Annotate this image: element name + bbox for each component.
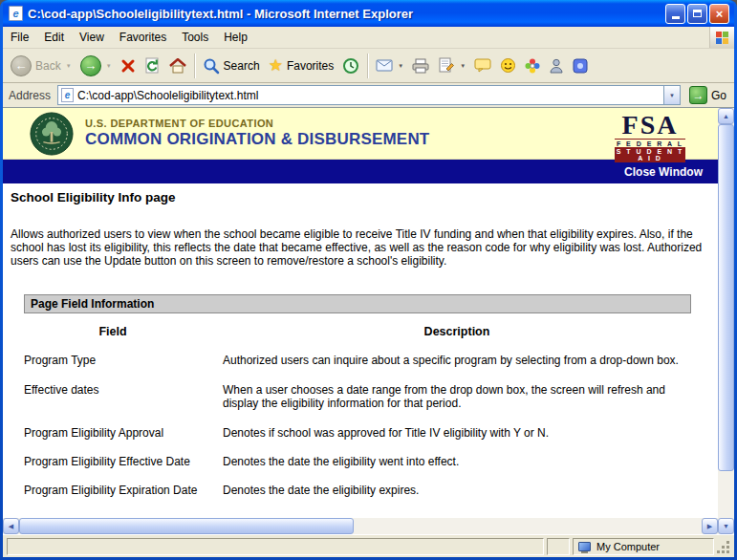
table-row-description: Denotes the date the eligibility went in… (223, 455, 691, 468)
webchat-button[interactable] (521, 52, 544, 80)
home-button[interactable] (165, 52, 190, 80)
table-row-description: When a user chooses a date range from th… (223, 383, 691, 411)
table-row-field: Program Eligibility Effective Date (24, 455, 202, 468)
favorites-label: Favorites (287, 59, 334, 73)
minimize-button[interactable] (665, 4, 685, 24)
search-icon (203, 57, 220, 75)
go-button[interactable]: → Go (685, 86, 730, 104)
column-header-field: Field (24, 325, 202, 338)
windows-flag-icon (709, 27, 734, 48)
stop-button[interactable] (117, 52, 140, 80)
favorites-star-icon: ★ (269, 57, 283, 74)
person-icon (549, 58, 564, 74)
go-arrow-icon: → (689, 86, 707, 104)
addon-button[interactable] (569, 52, 592, 80)
history-button[interactable] (338, 52, 363, 80)
forward-dropdown-icon[interactable]: ▼ (106, 63, 112, 69)
menu-file[interactable]: File (3, 27, 36, 48)
vertical-scroll-track[interactable] (718, 124, 734, 518)
ie-document-icon: e (9, 6, 23, 21)
fsa-federal-line: F E D E R A L (615, 140, 685, 147)
edit-button[interactable]: ▼ (434, 52, 469, 80)
search-button[interactable]: Search (199, 52, 264, 80)
forward-button[interactable]: → ▼ (76, 52, 116, 80)
vertical-scroll-thumb[interactable] (718, 124, 734, 471)
page-content: U.S. DEPARTMENT OF EDUCATION COMMON ORIG… (3, 108, 718, 518)
messenger-smiley-icon (500, 57, 516, 74)
contacts-button[interactable] (545, 52, 568, 80)
menu-favorites[interactable]: Favorites (112, 27, 174, 48)
history-icon (342, 57, 359, 75)
title-bar[interactable]: e C:\cod-app\Schooleligibilitytext.html … (3, 0, 734, 27)
discuss-button[interactable] (470, 52, 495, 80)
menu-edit[interactable]: Edit (36, 27, 72, 48)
close-button[interactable]: × (709, 4, 729, 24)
table-row-description: Denotes the date the eligibility expires… (223, 484, 691, 497)
department-name: U.S. DEPARTMENT OF EDUCATION (85, 118, 429, 129)
back-button[interactable]: ← Back ▼ (7, 52, 76, 80)
scroll-right-icon[interactable]: ▶ (702, 518, 718, 534)
toolbar-separator (367, 54, 368, 78)
edit-icon (438, 57, 455, 74)
scroll-up-icon[interactable]: ▲ (718, 108, 734, 124)
back-label: Back (35, 59, 61, 73)
app-title: COMMON ORIGINATION & DISBURSEMENT (85, 130, 429, 149)
department-of-education-seal-icon (30, 112, 74, 156)
refresh-button[interactable] (141, 52, 164, 80)
address-dropdown-icon[interactable]: ▼ (663, 86, 680, 104)
fsa-logo: FSA F E D E R A L S T U D E N T A I D (615, 113, 685, 162)
mail-icon (376, 58, 393, 73)
edit-dropdown-icon[interactable]: ▼ (460, 63, 466, 69)
horizontal-scrollbar[interactable]: ◀ ▶ (3, 518, 718, 534)
fsa-wordmark: FSA (615, 113, 685, 138)
horizontal-scroll-thumb[interactable] (19, 518, 354, 534)
go-label: Go (711, 89, 726, 102)
refresh-icon (144, 57, 161, 74)
column-header-description: Description (223, 325, 691, 338)
table-row-field: Program Eligibility Approval (24, 426, 202, 440)
table-row-field: Effective dates (24, 383, 202, 411)
browser-window: e C:\cod-app\Schooleligibilitytext.html … (0, 0, 737, 560)
table-row-field: Program Eligibility Expiration Date (24, 484, 202, 497)
close-window-link[interactable]: Close Window (624, 165, 703, 179)
menu-tools[interactable]: Tools (174, 27, 216, 48)
print-button[interactable] (408, 52, 433, 80)
table-row-field: Program Type (24, 354, 202, 367)
page-icon: e (61, 88, 74, 102)
help-document: School Eligibility Info page Allows auth… (3, 183, 718, 518)
menu-bar: File Edit View Favorites Tools Help (3, 27, 734, 49)
scroll-down-icon[interactable]: ▼ (718, 518, 734, 534)
vertical-scrollbar[interactable]: ▲ ▼ (718, 108, 734, 534)
status-zone-pane: My Computer (573, 538, 714, 555)
forward-icon: → (80, 55, 101, 76)
status-message-pane (7, 538, 544, 555)
resize-grip[interactable] (717, 538, 731, 555)
fsa-student-aid-line: S T U D E N T A I D (615, 147, 685, 162)
status-bar: My Computer (3, 534, 734, 557)
ed-cod-banner: U.S. DEPARTMENT OF EDUCATION COMMON ORIG… (3, 108, 718, 160)
menu-help[interactable]: Help (216, 27, 255, 48)
flower-icon (525, 58, 540, 74)
table-row-description: Denotes if school was approved for Title… (223, 426, 691, 440)
address-input-box[interactable]: e ▼ (57, 85, 681, 105)
mail-button[interactable]: ▼ (372, 52, 407, 80)
mail-dropdown-icon[interactable]: ▼ (398, 63, 403, 69)
messenger-button[interactable] (496, 52, 520, 80)
window-title: C:\cod-app\Schooleligibilitytext.html - … (28, 7, 661, 21)
section-header: Page Field Information (24, 294, 691, 313)
horizontal-scroll-track[interactable] (19, 518, 702, 534)
address-input[interactable] (77, 89, 660, 102)
back-dropdown-icon[interactable]: ▼ (66, 63, 72, 69)
banner-text-block: U.S. DEPARTMENT OF EDUCATION COMMON ORIG… (85, 118, 429, 149)
favorites-button[interactable]: ★ Favorites (265, 52, 338, 80)
address-label: Address (7, 89, 53, 102)
table-row-description: Authorized users can inquire about a spe… (223, 354, 691, 367)
browser-viewport: U.S. DEPARTMENT OF EDUCATION COMMON ORIG… (3, 108, 734, 534)
maximize-button[interactable] (687, 4, 707, 24)
toolbar-separator (194, 54, 195, 78)
menu-view[interactable]: View (72, 27, 112, 48)
scroll-left-icon[interactable]: ◀ (3, 518, 19, 534)
window-client-area: File Edit View Favorites Tools Help ← Ba… (3, 27, 734, 557)
address-bar: Address e ▼ → Go (3, 83, 734, 108)
my-computer-icon (578, 542, 591, 551)
